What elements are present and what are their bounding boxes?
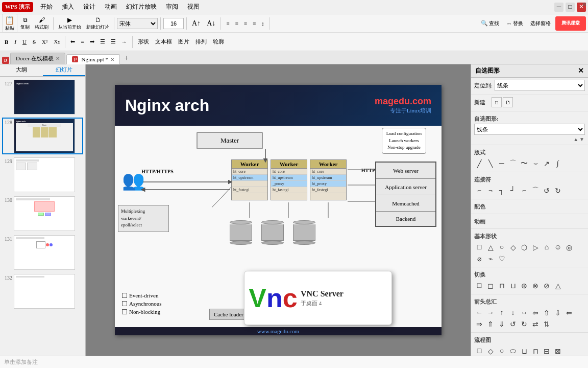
- slide-notes[interactable]: 单击添加备注: [0, 356, 588, 368]
- slide-thumb-132[interactable]: 132: [2, 273, 83, 310]
- arrow-4[interactable]: ↓: [508, 308, 518, 318]
- align-left-2-button[interactable]: ⬅: [68, 37, 78, 47]
- find-button[interactable]: 🔍 查找: [478, 18, 502, 29]
- basic-shape-11[interactable]: ⌁: [485, 254, 496, 264]
- basic-shape-12[interactable]: ♡: [497, 254, 507, 264]
- connector-2[interactable]: ¬: [485, 186, 496, 196]
- menu-slideshow[interactable]: 幻灯片放映: [122, 1, 161, 13]
- from-current-button[interactable]: ▶ 从当前开始: [56, 15, 83, 32]
- slide-thumb-127[interactable]: 127 Nginx arch: [2, 79, 83, 116]
- arrow-8[interactable]: ⇩: [553, 308, 563, 318]
- decrease-font-button[interactable]: A↓: [204, 18, 218, 29]
- tencent-classroom-button[interactable]: 腾讯课堂: [555, 16, 586, 31]
- outline-button[interactable]: 轮廓: [210, 36, 227, 47]
- slide-thumb-129[interactable]: 129: [2, 156, 83, 193]
- cut-6[interactable]: ⊗: [530, 281, 541, 291]
- shape-line-5[interactable]: 〜: [519, 158, 529, 169]
- connector-8[interactable]: ↻: [553, 186, 563, 196]
- basic-shape-2[interactable]: △: [485, 242, 496, 252]
- slide-thumb-131[interactable]: 131: [2, 234, 83, 271]
- basic-shape-6[interactable]: ▷: [530, 242, 541, 252]
- menu-review[interactable]: 审阅: [162, 1, 182, 13]
- add-tab-button[interactable]: +: [121, 53, 132, 64]
- format-brush-button[interactable]: 🖌 格式刷: [33, 15, 51, 32]
- arrow-2[interactable]: →: [485, 308, 496, 318]
- flow-4[interactable]: ⬭: [508, 346, 518, 356]
- basic-shape-9[interactable]: ◎: [564, 242, 574, 252]
- connector-5[interactable]: ⌐: [519, 186, 529, 196]
- basic-shape-5[interactable]: ⬡: [519, 242, 529, 252]
- basic-shape-4[interactable]: ◇: [508, 242, 518, 252]
- cut-8[interactable]: △: [553, 281, 563, 291]
- flow-3[interactable]: ○: [497, 346, 507, 356]
- shape-line-1[interactable]: ╱: [474, 158, 484, 169]
- textbox-button[interactable]: 文本框: [153, 36, 175, 47]
- list-button[interactable]: ☰: [108, 37, 118, 47]
- maximize-button[interactable]: □: [566, 3, 575, 12]
- copy-button[interactable]: ⧉ 复制: [18, 15, 32, 32]
- shape-line-8[interactable]: ∫: [553, 158, 563, 169]
- font-family-select[interactable]: 宋体: [117, 18, 158, 29]
- tab-close-docer[interactable]: ✕: [56, 56, 60, 61]
- italic-button[interactable]: I: [12, 37, 19, 47]
- arrow-5[interactable]: ↔: [519, 308, 529, 318]
- strikethrough-button[interactable]: S: [30, 37, 38, 47]
- menu-insert[interactable]: 插入: [58, 1, 78, 13]
- right-panel-close-icon[interactable]: ✕: [578, 66, 584, 75]
- flow-7[interactable]: ⊟: [542, 346, 552, 356]
- menu-start[interactable]: 开始: [36, 1, 57, 13]
- flow-6[interactable]: ⊓: [530, 346, 541, 356]
- outline-tab[interactable]: 大纲: [0, 64, 43, 76]
- arrow-1[interactable]: ←: [474, 308, 484, 318]
- shape-button[interactable]: 形状: [135, 36, 152, 47]
- new-slide-btn[interactable]: □: [492, 97, 502, 107]
- justify-2-button[interactable]: ☰: [97, 37, 108, 47]
- indent-button[interactable]: →: [119, 37, 130, 47]
- tab-nginx[interactable]: P Nginx.ppt * ✕: [66, 54, 120, 64]
- basic-shape-10[interactable]: ⌀: [474, 254, 484, 264]
- vnc-popup[interactable]: Vnc VNC Server 于桌面 4: [244, 271, 392, 325]
- connector-1[interactable]: ⌐: [474, 186, 484, 196]
- menu-design[interactable]: 设计: [79, 1, 100, 13]
- connector-6[interactable]: ⌒: [530, 186, 541, 196]
- new-slide-btn2[interactable]: 🗋: [503, 97, 513, 107]
- arrow-11[interactable]: ⇑: [485, 319, 496, 329]
- picture-button[interactable]: 图片: [176, 36, 192, 47]
- connector-4[interactable]: ┘: [508, 186, 518, 196]
- new-slide-button[interactable]: 🗋 新建幻灯片: [84, 15, 111, 32]
- arrow-16[interactable]: ⇅: [542, 319, 552, 329]
- wps-logo[interactable]: WPS 演示: [2, 2, 33, 12]
- slides-tab[interactable]: 幻灯片: [43, 64, 86, 76]
- shape-line-6[interactable]: ⌣: [530, 158, 541, 169]
- arrow-9[interactable]: ⇐: [564, 308, 574, 318]
- paste-button[interactable]: 📋 粘贴: [2, 14, 17, 33]
- scroll-down-button[interactable]: ▼: [579, 136, 585, 143]
- shape-line-7[interactable]: ↗: [542, 158, 552, 169]
- panel-close-icon[interactable]: ✕: [582, 1, 587, 9]
- shape-line-2[interactable]: ╲: [485, 158, 496, 169]
- arrow-14[interactable]: ↻: [519, 319, 529, 329]
- line-spacing-button[interactable]: ↕: [259, 19, 267, 28]
- arrow-12[interactable]: ⇓: [497, 319, 507, 329]
- minimize-button[interactable]: ─: [554, 3, 564, 12]
- scroll-up-button[interactable]: ▲: [573, 136, 579, 143]
- underline-button[interactable]: U: [20, 37, 29, 47]
- basic-shape-7[interactable]: ⌂: [542, 242, 552, 252]
- align-right-2-button[interactable]: ➡: [87, 37, 97, 47]
- cut-7[interactable]: ⊘: [542, 281, 552, 291]
- cut-1[interactable]: □: [474, 281, 484, 291]
- bold-button[interactable]: B: [2, 37, 11, 47]
- align-left-button[interactable]: ≡: [224, 19, 232, 28]
- arrange-button[interactable]: 排列: [193, 36, 209, 47]
- arrow-10[interactable]: ⇒: [474, 319, 484, 329]
- custom-shape-select[interactable]: 线条: [474, 124, 585, 135]
- cut-5[interactable]: ⊕: [519, 281, 529, 291]
- arrow-6[interactable]: ⇦: [530, 308, 541, 318]
- connector-3[interactable]: ┐: [497, 186, 507, 196]
- cut-4[interactable]: ⊔: [508, 281, 518, 291]
- font-size-input[interactable]: [163, 18, 184, 29]
- subscript-button[interactable]: X₂: [51, 37, 62, 47]
- cut-2[interactable]: ◻: [485, 281, 496, 291]
- superscript-button[interactable]: X²: [39, 37, 50, 47]
- basic-shape-1[interactable]: □: [474, 242, 484, 252]
